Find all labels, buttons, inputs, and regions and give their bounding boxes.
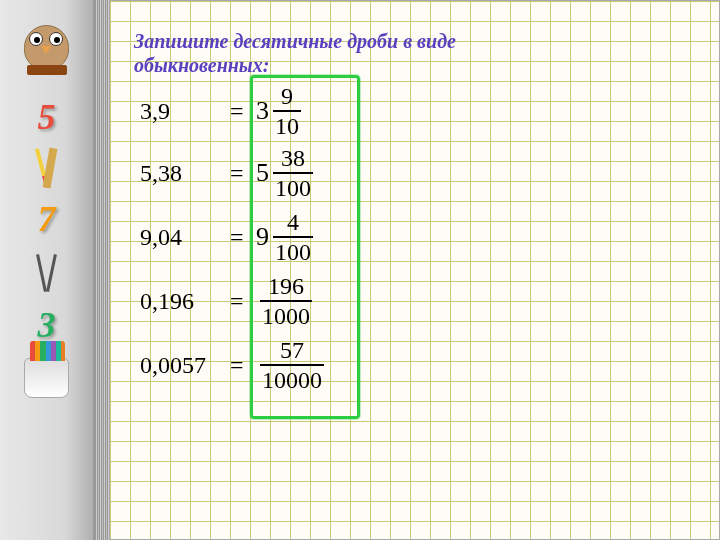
numerator: 57 [278, 338, 306, 362]
problem-row: 0,196 = 196 1000 [140, 269, 324, 333]
fraction-answer: 57 10000 [256, 338, 324, 392]
problem-row: 9,04 = 9 4 100 [140, 205, 324, 269]
digit-5-icon: 5 [38, 96, 56, 138]
pencil-cup-icon [24, 358, 69, 398]
decimal-value: 9,04 [140, 224, 230, 251]
digit-3-icon: 3 [38, 304, 56, 346]
fraction-bar [273, 110, 301, 112]
decimal-value: 0,0057 [140, 352, 230, 379]
owl-icon [17, 20, 77, 75]
fraction-bar [273, 236, 313, 238]
digit-7-icon: 7 [38, 198, 56, 240]
whole-part: 9 [256, 222, 269, 252]
denominator: 10000 [260, 368, 324, 392]
numerator: 196 [266, 274, 306, 298]
decimal-value: 0,196 [140, 288, 230, 315]
problem-row: 0,0057 = 57 10000 [140, 333, 324, 397]
denominator: 100 [273, 240, 313, 264]
fraction-bar [273, 172, 313, 174]
problems-list: 3,9 = 3 9 10 5,38 = 5 38 100 [140, 81, 324, 397]
problem-row: 3,9 = 3 9 10 [140, 81, 324, 141]
task-title: Запишите десятичные дроби в виде обыкнов… [134, 29, 534, 77]
title-line-1: Запишите десятичные дроби в виде [134, 30, 456, 52]
equals-sign: = [230, 352, 250, 379]
fraction-answer: 3 9 10 [256, 84, 301, 138]
numerator: 9 [279, 84, 295, 108]
denominator: 100 [273, 176, 313, 200]
equals-sign: = [230, 224, 250, 251]
numerator: 38 [279, 146, 307, 170]
fraction-bar [260, 300, 312, 302]
numerator: 4 [285, 210, 301, 234]
graph-paper: Запишите десятичные дроби в виде обыкнов… [109, 0, 720, 540]
fraction-bar [260, 364, 324, 366]
denominator: 10 [273, 114, 301, 138]
pencil-ruler-icon [40, 148, 54, 188]
fraction-answer: 9 4 100 [256, 210, 313, 264]
equals-sign: = [230, 160, 250, 187]
decimal-value: 5,38 [140, 160, 230, 187]
equals-sign: = [230, 288, 250, 315]
compass-icon [32, 252, 62, 292]
denominator: 1000 [260, 304, 312, 328]
whole-part: 3 [256, 96, 269, 126]
fraction-answer: 196 1000 [256, 274, 312, 328]
sidebar: 5 7 3 [0, 0, 95, 540]
equals-sign: = [230, 98, 250, 125]
title-line-2: обыкновенных: [134, 54, 269, 76]
problem-row: 5,38 = 5 38 100 [140, 141, 324, 205]
spiral-binding [95, 0, 109, 540]
decimal-value: 3,9 [140, 98, 230, 125]
whole-part: 5 [256, 158, 269, 188]
fraction-answer: 5 38 100 [256, 146, 313, 200]
